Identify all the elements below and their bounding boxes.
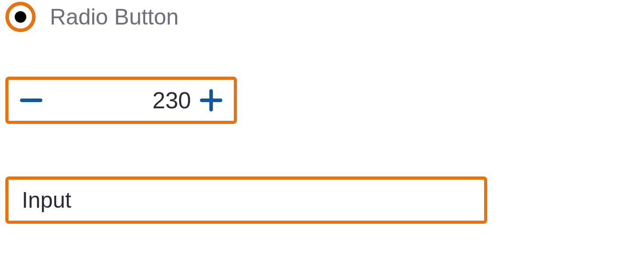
minus-icon	[19, 88, 43, 112]
stepper-value: 230	[48, 87, 195, 114]
stepper-increment-button[interactable]	[199, 88, 223, 112]
radio-button-label: Radio Button	[50, 4, 179, 30]
radio-button-row: Radio Button	[5, 2, 639, 32]
stepper-decrement-button[interactable]	[19, 88, 43, 112]
text-input[interactable]	[5, 177, 487, 224]
radio-dot-icon	[15, 11, 26, 23]
plus-icon	[199, 88, 223, 112]
quantity-stepper: 230	[5, 77, 237, 124]
radio-button[interactable]	[5, 2, 36, 32]
